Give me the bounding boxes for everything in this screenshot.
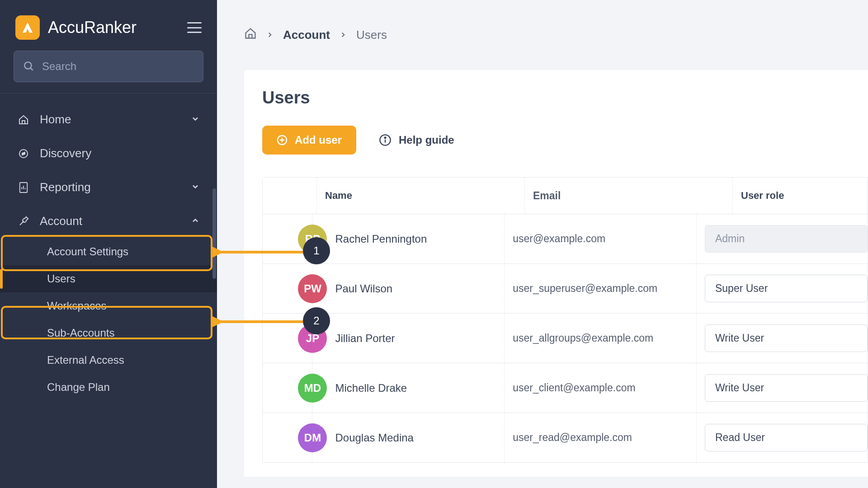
sidebar-header: AccuRanker [0,0,217,51]
sidebar-item-workspaces[interactable]: Workspaces [0,292,217,319]
user-name: Paul Wilson [335,282,392,295]
account-submenu: Account Settings Users Workspaces Sub-Ac… [0,238,217,401]
breadcrumb-users: Users [356,28,387,42]
content-card: Users Add user Help guide Name Email Use… [244,70,868,477]
sidebar-item-label: Workspaces [47,300,107,312]
wrench-icon [17,216,30,227]
add-user-button[interactable]: Add user [262,126,356,155]
sidebar-item-external-access[interactable]: External Access [0,347,217,374]
sidebar-item-label: External Access [47,354,124,366]
info-icon [379,134,392,146]
table-row[interactable]: RP Rachel Pennington user@example.com Ad… [263,214,868,263]
user-role-select[interactable]: Write User [705,324,868,352]
sidebar-item-label: Users [47,272,75,285]
col-header-email: Email [533,190,561,202]
user-name: Douglas Medina [335,432,413,444]
sidebar-item-label: Home [40,113,71,127]
table-row[interactable]: JP Jillian Porter user_allgroups@example… [263,313,868,363]
help-guide-link[interactable]: Help guide [379,134,454,146]
user-email: user_superuser@example.com [513,282,657,295]
sidebar-nav: Home Discovery Reporting [0,94,217,410]
report-icon [17,182,30,193]
table-row[interactable]: DM Douglas Medina user_read@example.com … [263,413,868,462]
svg-marker-3 [22,152,25,155]
sidebar-item-account[interactable]: Account [0,204,217,238]
breadcrumb: Account Users [244,27,868,43]
home-icon[interactable] [244,27,257,43]
sidebar-item-reporting[interactable]: Reporting [0,170,217,204]
user-email: user@example.com [513,233,605,245]
search-box[interactable] [14,51,203,82]
brand-logo-icon [15,15,40,40]
sidebar-item-label: Reporting [40,180,91,194]
svg-point-0 [24,62,31,69]
chevron-right-icon [266,28,274,42]
sidebar-item-discovery[interactable]: Discovery [0,136,217,170]
user-name: Michelle Drake [335,382,407,394]
user-role-select[interactable]: Write User [705,374,868,402]
user-name: Jillian Porter [335,332,395,345]
user-role-select[interactable]: Super User [705,275,868,302]
col-header-role: User role [741,190,784,202]
user-role-select: Admin [705,225,868,253]
sidebar-item-sub-accounts[interactable]: Sub-Accounts [0,319,217,347]
user-email: user_allgroups@example.com [513,332,653,344]
table-row[interactable]: PW Paul Wilson user_superuser@example.co… [263,263,868,313]
sidebar-item-label: Discovery [40,146,91,160]
annotation-badge-2: 2 [303,307,330,334]
sidebar-item-account-settings[interactable]: Account Settings [0,238,217,265]
svg-point-14 [385,137,386,138]
table-row[interactable]: MD Michelle Drake user_client@example.co… [263,363,868,413]
user-email: user_client@example.com [513,382,635,394]
chevron-down-icon [191,113,200,127]
sidebar-item-home[interactable]: Home [0,103,217,136]
table-header: Name Email User role [263,178,868,214]
sidebar-item-label: Change Plan [47,381,110,394]
sidebar: AccuRanker Home [0,0,217,488]
col-header-name: Name [325,190,352,202]
user-name: Rachel Pennington [335,233,427,245]
plus-circle-icon [277,135,288,145]
help-guide-label: Help guide [399,134,454,146]
annotation-badge-1: 1 [303,237,330,264]
chevron-right-icon [339,28,347,42]
menu-toggle-icon[interactable] [187,22,202,33]
page-title: Users [262,88,868,108]
chevron-up-icon [191,214,200,228]
avatar: PW [298,274,327,303]
compass-icon [17,148,30,159]
breadcrumb-account[interactable]: Account [283,28,330,42]
avatar: DM [298,423,327,452]
sidebar-item-users[interactable]: Users [0,265,217,292]
search-icon [23,61,35,72]
svg-line-8 [20,221,24,225]
sidebar-item-label: Account [40,214,82,228]
svg-line-1 [30,68,33,70]
sidebar-item-label: Account Settings [47,245,128,258]
search-input[interactable] [42,60,194,73]
sidebar-item-label: Sub-Accounts [47,327,114,339]
user-email: user_read@example.com [513,432,632,444]
sidebar-item-change-plan[interactable]: Change Plan [0,374,217,401]
chevron-down-icon [191,180,200,194]
home-icon [17,114,30,125]
add-user-label: Add user [295,134,342,146]
users-table: Name Email User role RP Rachel Penningto… [262,177,868,463]
actions-bar: Add user Help guide [262,126,868,155]
user-role-select[interactable]: Read User [705,424,868,451]
avatar: MD [298,374,327,403]
brand-name: AccuRanker [48,18,137,37]
